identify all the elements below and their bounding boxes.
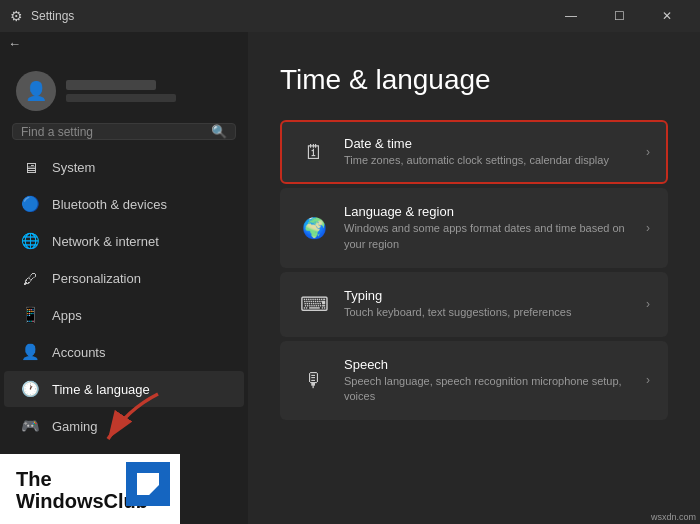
avatar[interactable]: 👤 — [16, 71, 56, 111]
sidebar-item-gaming[interactable]: 🎮 Gaming — [4, 408, 244, 444]
nav-label-accounts: Accounts — [52, 345, 105, 360]
maximize-button[interactable]: ☐ — [596, 0, 642, 32]
setting-text-speech: Speech Speech language, speech recogniti… — [344, 357, 646, 405]
nav-icon-personalization: 🖊 — [20, 270, 40, 287]
user-profile: 👤 — [0, 55, 248, 119]
nav-label-personalization: Personalization — [52, 271, 141, 286]
setting-text-typing: Typing Touch keyboard, text suggestions,… — [344, 288, 646, 320]
page-title: Time & language — [280, 64, 668, 96]
watermark-blue-box — [126, 462, 170, 506]
settings-window-icon: ⚙ — [10, 8, 23, 24]
setting-label-typing: Typing — [344, 288, 646, 303]
setting-label-speech: Speech — [344, 357, 646, 372]
setting-item-date-time[interactable]: 🗓 Date & time Time zones, automatic cloc… — [280, 120, 668, 184]
user-info — [66, 80, 232, 102]
sidebar-item-network[interactable]: 🌐 Network & internet — [4, 223, 244, 259]
sidebar-item-accounts[interactable]: 👤 Accounts — [4, 334, 244, 370]
titlebar-controls: — ☐ ✕ — [548, 0, 690, 32]
watermark-blue-shape — [137, 473, 159, 495]
sidebar-item-system[interactable]: 🖥 System — [4, 149, 244, 185]
titlebar-left: ⚙ Settings — [10, 8, 74, 24]
setting-label-language-region: Language & region — [344, 204, 646, 219]
main-content: ← 👤 🔍 🖥 System 🔵 Bluetooth & devices — [0, 32, 700, 524]
setting-icon-typing: ⌨ — [298, 288, 330, 320]
setting-desc-typing: Touch keyboard, text suggestions, prefer… — [344, 305, 646, 320]
user-name — [66, 80, 156, 90]
sidebar-item-bluetooth[interactable]: 🔵 Bluetooth & devices — [4, 186, 244, 222]
titlebar: ⚙ Settings — ☐ ✕ — [0, 0, 700, 32]
close-button[interactable]: ✕ — [644, 0, 690, 32]
nav-label-apps: Apps — [52, 308, 82, 323]
nav-label-system: System — [52, 160, 95, 175]
back-icon: ← — [8, 36, 21, 51]
sidebar: ← 👤 🔍 🖥 System 🔵 Bluetooth & devices — [0, 32, 248, 524]
setting-icon-language-region: 🌍 — [298, 212, 330, 244]
sidebar-item-time[interactable]: 🕐 Time & language — [4, 371, 244, 407]
setting-item-speech[interactable]: 🎙 Speech Speech language, speech recogni… — [280, 341, 668, 421]
search-bar[interactable]: 🔍 — [12, 123, 236, 140]
titlebar-title: Settings — [31, 9, 74, 23]
setting-text-language-region: Language & region Windows and some apps … — [344, 204, 646, 252]
search-icon: 🔍 — [211, 124, 227, 139]
setting-desc-speech: Speech language, speech recognition micr… — [344, 374, 646, 405]
setting-icon-speech: 🎙 — [298, 364, 330, 396]
nav-label-time: Time & language — [52, 382, 150, 397]
chevron-icon-date-time: › — [646, 145, 650, 159]
sidebar-item-apps[interactable]: 📱 Apps — [4, 297, 244, 333]
setting-item-typing[interactable]: ⌨ Typing Touch keyboard, text suggestion… — [280, 272, 668, 336]
setting-text-date-time: Date & time Time zones, automatic clock … — [344, 136, 646, 168]
minimize-button[interactable]: — — [548, 0, 594, 32]
setting-label-date-time: Date & time — [344, 136, 646, 151]
settings-list: 🗓 Date & time Time zones, automatic cloc… — [280, 120, 668, 420]
nav-label-network: Network & internet — [52, 234, 159, 249]
chevron-icon-speech: › — [646, 373, 650, 387]
nav-icon-time: 🕐 — [20, 380, 40, 398]
setting-item-language-region[interactable]: 🌍 Language & region Windows and some app… — [280, 188, 668, 268]
main-panel: Time & language 🗓 Date & time Time zones… — [248, 32, 700, 524]
wsxdn-credit: wsxdn.com — [651, 512, 696, 522]
nav-icon-accounts: 👤 — [20, 343, 40, 361]
chevron-icon-typing: › — [646, 297, 650, 311]
sidebar-item-personalization[interactable]: 🖊 Personalization — [4, 260, 244, 296]
setting-icon-date-time: 🗓 — [298, 136, 330, 168]
nav-icon-apps: 📱 — [20, 306, 40, 324]
nav-icon-gaming: 🎮 — [20, 417, 40, 435]
watermark: The WindowsClub — [0, 454, 180, 524]
search-input[interactable] — [21, 125, 211, 139]
user-email — [66, 94, 176, 102]
nav-icon-system: 🖥 — [20, 159, 40, 176]
nav-icon-network: 🌐 — [20, 232, 40, 250]
setting-desc-date-time: Time zones, automatic clock settings, ca… — [344, 153, 646, 168]
nav-label-gaming: Gaming — [52, 419, 98, 434]
back-button[interactable]: ← — [0, 32, 248, 55]
nav-icon-bluetooth: 🔵 — [20, 195, 40, 213]
setting-desc-language-region: Windows and some apps format dates and t… — [344, 221, 646, 252]
chevron-icon-language-region: › — [646, 221, 650, 235]
nav-label-bluetooth: Bluetooth & devices — [52, 197, 167, 212]
